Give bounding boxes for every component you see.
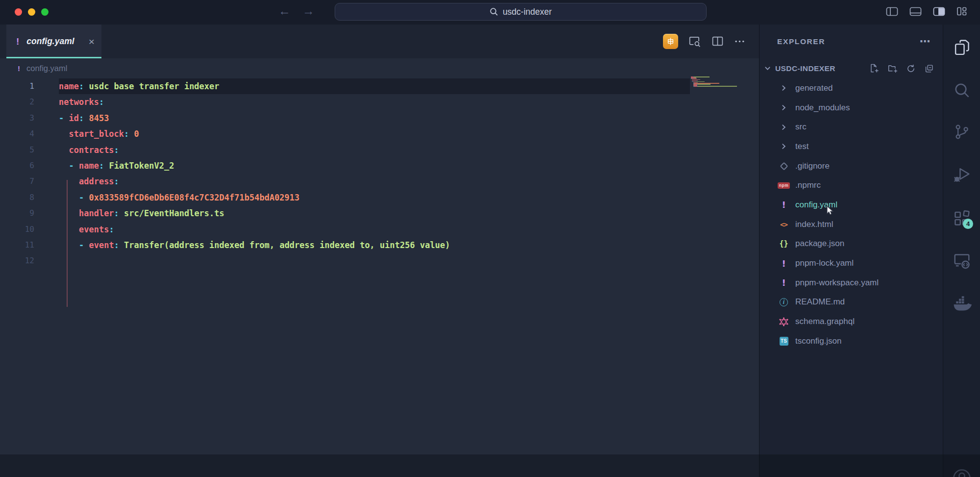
code-line[interactable]: 4 start_block: 0 xyxy=(0,126,759,142)
activity-remote-explorer-icon[interactable] xyxy=(943,251,980,271)
code-line[interactable]: 9 handler: src/EventHandlers.ts xyxy=(0,205,759,221)
activity-source-control-icon[interactable] xyxy=(943,123,980,141)
code-line[interactable]: 3- id: 8453 xyxy=(0,110,759,126)
chevron-right-icon xyxy=(781,143,787,150)
code-token: events xyxy=(79,225,109,234)
code-line[interactable]: 7 address: xyxy=(0,174,759,189)
tree-folder-src[interactable]: src xyxy=(760,117,943,137)
file-icon-slot: {} xyxy=(777,239,790,248)
mouse-cursor xyxy=(824,205,836,217)
code-line[interactable]: 6 - name: FiatTokenV2_2 xyxy=(0,158,759,174)
tree-item-label: test xyxy=(795,142,808,151)
code-line-text: events: xyxy=(59,222,690,237)
new-folder-icon[interactable] xyxy=(887,63,898,74)
code-token: - xyxy=(79,193,89,202)
activity-run-debug-icon[interactable] xyxy=(943,165,980,184)
code-line-text: - event: Transfer(address indexed from, … xyxy=(59,237,690,253)
zoom-window-button[interactable] xyxy=(41,8,49,16)
chevron-right-icon xyxy=(781,85,787,91)
activity-docker-icon[interactable] xyxy=(943,294,980,315)
code-token: 0 xyxy=(129,129,139,139)
open-preview-icon[interactable] xyxy=(688,35,701,48)
file-icon-slot: TS xyxy=(777,337,790,346)
tab-config-yaml[interactable]: ! config.yaml × xyxy=(6,25,101,58)
customize-layout-icon[interactable] xyxy=(956,6,967,16)
code-line[interactable]: 1name: usdc base transfer indexer xyxy=(0,78,759,94)
tree-file--gitignore[interactable]: .gitignore xyxy=(760,156,943,176)
tree-item-label: schema.graphql xyxy=(795,317,855,326)
activity-explorer-icon[interactable] xyxy=(943,38,980,58)
code-line-text: handler: src/EventHandlers.ts xyxy=(59,205,690,221)
tree-file-readme-md[interactable]: iREADME.md xyxy=(760,293,943,312)
tree-file--npmrc[interactable]: npm.npmrc xyxy=(760,176,943,195)
more-actions-icon[interactable] xyxy=(734,36,745,47)
account-icon[interactable] xyxy=(943,467,980,477)
line-number: 6 xyxy=(0,158,34,174)
code-token: : xyxy=(114,240,119,250)
code-line[interactable]: 2networks: xyxy=(0,94,759,110)
back-arrow-icon[interactable]: ← xyxy=(278,3,291,19)
code-line[interactable]: 8 - 0x833589fCD6eDb6E08f4c7C32D4f71b54bd… xyxy=(0,190,759,205)
tree-file-pnpm-workspace-yaml[interactable]: !pnpm-workspace.yaml xyxy=(760,273,943,293)
git-diamond-icon xyxy=(780,162,788,170)
line-number: 7 xyxy=(0,174,34,189)
tree-file-tsconfig-json[interactable]: TStsconfig.json xyxy=(760,331,943,351)
refresh-explorer-icon[interactable] xyxy=(906,64,916,74)
tree-item-label: src xyxy=(795,122,807,132)
tree-file-pnpm-lock-yaml[interactable]: !pnpm-lock.yaml xyxy=(760,253,943,273)
graphql-icon xyxy=(779,317,788,326)
new-file-icon[interactable] xyxy=(869,63,879,74)
minimize-window-button[interactable] xyxy=(28,8,35,16)
code-token xyxy=(59,176,79,186)
tree-file-index-html[interactable]: <>index.html xyxy=(760,215,943,234)
code-line-text: networks: xyxy=(59,94,690,110)
code-line[interactable]: 12 xyxy=(0,253,759,269)
tree-folder-test[interactable]: test xyxy=(760,137,943,156)
toggle-primary-sidebar-icon[interactable] xyxy=(886,7,898,16)
tree-file-package-json[interactable]: {}package.json xyxy=(760,234,943,254)
title-bar: ← → usdc-indexer xyxy=(0,0,980,25)
tree-folder-node-modules[interactable]: node_modules xyxy=(760,98,943,118)
activity-search-icon[interactable] xyxy=(943,80,980,100)
tree-file-config-yaml[interactable]: !config.yaml xyxy=(760,195,943,215)
minimap-segment xyxy=(694,76,710,77)
file-icon-slot xyxy=(777,124,790,130)
code-token: usdc base transfer indexer xyxy=(84,81,219,91)
line-number: 3 xyxy=(0,110,34,126)
tab-label: config.yaml xyxy=(26,36,88,47)
line-number: 11 xyxy=(0,237,34,253)
table-extension-icon[interactable] xyxy=(663,34,678,49)
chevron-right-icon xyxy=(781,104,787,111)
code-line[interactable]: 5 contracts: xyxy=(0,142,759,158)
toggle-secondary-sidebar-icon[interactable] xyxy=(933,7,945,16)
tree-file-schema-graphql[interactable]: schema.graphql xyxy=(760,312,943,331)
code-line[interactable]: 11 - event: Transfer(address indexed fro… xyxy=(0,237,759,253)
project-section-header[interactable]: USDC-INDEXER xyxy=(760,58,943,78)
toggle-panel-icon[interactable] xyxy=(909,7,922,16)
code-line[interactable]: 10 events: xyxy=(0,222,759,237)
code-line-text: - name: FiatTokenV2_2 xyxy=(59,158,690,174)
code-token xyxy=(59,129,69,139)
code-token: contracts xyxy=(69,145,114,155)
collapse-folders-icon[interactable] xyxy=(924,64,934,74)
command-search-bar[interactable]: usdc-indexer xyxy=(335,3,707,21)
close-window-button[interactable] xyxy=(15,8,22,16)
close-tab-icon[interactable]: × xyxy=(89,36,95,47)
file-icon-slot xyxy=(777,104,790,111)
yaml-warning-icon: ! xyxy=(16,36,19,47)
split-editor-icon[interactable] xyxy=(711,35,724,48)
breadcrumb[interactable]: ! config.yaml xyxy=(0,58,759,78)
file-icon-slot xyxy=(777,163,790,169)
code-line-text: contracts: xyxy=(59,142,690,158)
activity-extensions-icon[interactable]: 4 xyxy=(943,209,980,228)
tree-folder-generated[interactable]: generated xyxy=(760,78,943,98)
code-token: address xyxy=(79,176,114,186)
code-token: : xyxy=(114,176,119,186)
yaml-warning-icon: ! xyxy=(18,64,20,73)
forward-arrow-icon[interactable]: → xyxy=(302,3,315,19)
code-token: : xyxy=(79,113,84,123)
line-number: 12 xyxy=(0,253,34,269)
minimap[interactable] xyxy=(691,76,756,88)
code-editor[interactable]: 1name: usdc base transfer indexer2networ… xyxy=(0,78,759,269)
line-number: 4 xyxy=(0,126,34,142)
